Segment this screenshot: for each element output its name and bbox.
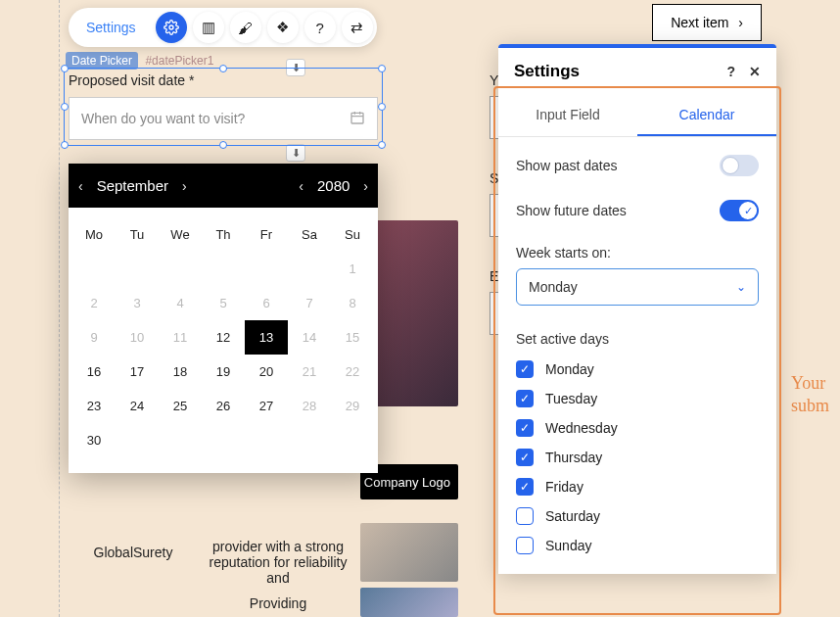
active-day-row: ✓Tuesday xyxy=(516,390,759,407)
next-item-button[interactable]: Next item › xyxy=(652,4,762,41)
field-label: Proposed visit date * xyxy=(69,72,194,88)
date-input[interactable]: When do you want to visit? xyxy=(69,97,378,140)
bg-text: GlobalSurety xyxy=(84,545,182,560)
day-of-week: We xyxy=(159,217,202,252)
calendar-day[interactable]: 2 xyxy=(72,286,116,320)
calendar-day[interactable]: 25 xyxy=(159,389,202,423)
animation-icon[interactable]: ❖ xyxy=(267,12,299,43)
calendar-day[interactable]: 20 xyxy=(245,355,288,389)
calendar-day[interactable]: 1 xyxy=(331,252,374,286)
calendar-day[interactable]: 24 xyxy=(116,389,159,423)
checkbox[interactable]: ✓ xyxy=(516,360,534,378)
toggle-show-past[interactable] xyxy=(720,155,759,176)
calendar-day[interactable]: 29 xyxy=(331,389,374,423)
calendar-day[interactable]: 11 xyxy=(159,320,202,355)
active-day-row: ✓Friday xyxy=(516,478,759,496)
label-show-past: Show past dates xyxy=(516,158,618,173)
next-year-icon[interactable]: › xyxy=(363,178,368,194)
toggle-show-future[interactable] xyxy=(720,200,759,221)
calendar-day[interactable]: 19 xyxy=(202,355,245,389)
prev-year-icon[interactable]: ‹ xyxy=(299,178,303,194)
calendar-day[interactable]: 9 xyxy=(72,320,116,355)
checkbox[interactable]: ✓ xyxy=(516,449,534,466)
resize-handle[interactable] xyxy=(378,65,386,72)
checkbox[interactable] xyxy=(516,537,534,554)
calendar-day[interactable]: 26 xyxy=(202,389,245,423)
day-of-week: Mo xyxy=(72,217,116,252)
active-days-list: ✓Monday✓Tuesday✓Wednesday✓Thursday✓Frida… xyxy=(516,360,759,554)
calendar-day[interactable]: 7 xyxy=(288,286,331,320)
calendar-day[interactable]: 22 xyxy=(331,355,374,389)
settings-button[interactable]: Settings xyxy=(72,14,150,41)
resize-handle[interactable] xyxy=(61,103,69,111)
next-item-label: Next item xyxy=(671,15,728,30)
resize-handle[interactable] xyxy=(378,141,386,149)
calendar-day[interactable]: 23 xyxy=(72,389,116,423)
settings-panel: Settings ? ✕ Input Field Calendar Show p… xyxy=(498,44,776,574)
svg-point-0 xyxy=(169,25,173,29)
calendar-day[interactable]: 28 xyxy=(288,389,331,423)
close-icon[interactable]: ✕ xyxy=(749,64,761,79)
brush-icon[interactable]: 🖌 xyxy=(230,12,261,43)
bg-label: S xyxy=(490,170,498,186)
gear-icon[interactable] xyxy=(156,12,187,43)
calendar-day[interactable]: 18 xyxy=(159,355,202,389)
resize-handle[interactable] xyxy=(378,103,386,111)
panel-title: Settings xyxy=(514,62,580,81)
calendar-day[interactable]: 12 xyxy=(202,320,245,355)
help-icon[interactable]: ? xyxy=(726,64,735,79)
tab-input-field[interactable]: Input Field xyxy=(498,95,637,136)
calendar-day[interactable]: 10 xyxy=(116,320,159,355)
next-month-icon[interactable]: › xyxy=(182,178,187,194)
prev-month-icon[interactable]: ‹ xyxy=(78,178,83,194)
calendar-day[interactable]: 8 xyxy=(331,286,374,320)
bg-photo xyxy=(360,588,458,617)
day-of-week: Su xyxy=(331,217,374,252)
calendar-icon xyxy=(350,110,365,128)
calendar-day[interactable]: 27 xyxy=(245,389,288,423)
resize-handle[interactable] xyxy=(61,141,69,149)
calendar-month[interactable]: September xyxy=(97,177,168,194)
day-label: Thursday xyxy=(545,450,602,465)
tab-calendar[interactable]: Calendar xyxy=(637,95,776,136)
attach-below-icon[interactable]: ⬇ xyxy=(286,144,305,162)
active-day-row: Saturday xyxy=(516,507,759,525)
calendar-day[interactable]: 16 xyxy=(72,355,116,389)
calendar-day[interactable]: 3 xyxy=(116,286,159,320)
day-label: Monday xyxy=(545,361,594,377)
calendar-day[interactable]: 14 xyxy=(288,320,331,355)
panel-tabs: Input Field Calendar xyxy=(498,95,776,137)
active-day-row: Sunday xyxy=(516,537,759,554)
calendar-day xyxy=(202,252,245,286)
checkbox[interactable]: ✓ xyxy=(516,478,534,496)
element-badge: Date Picker #datePicker1 xyxy=(66,54,213,68)
panel-title-row: Settings ? ✕ xyxy=(498,48,776,95)
checkbox[interactable]: ✓ xyxy=(516,390,534,407)
day-of-week: Tu xyxy=(116,217,159,252)
calendar-day[interactable]: 21 xyxy=(288,355,331,389)
calendar-day[interactable]: 17 xyxy=(116,355,159,389)
layout-icon[interactable]: ▥ xyxy=(193,12,224,43)
calendar-year[interactable]: 2080 xyxy=(317,177,350,194)
resize-handle[interactable] xyxy=(219,65,227,72)
calendar-day[interactable]: 15 xyxy=(331,320,374,355)
calendar-day[interactable]: 5 xyxy=(202,286,245,320)
checkbox[interactable] xyxy=(516,507,534,525)
help-icon[interactable]: ? xyxy=(304,12,336,43)
calendar-day xyxy=(245,252,288,286)
calendar-day[interactable]: 13 xyxy=(245,320,288,355)
calendar-day[interactable]: 30 xyxy=(72,423,116,457)
select-week-start[interactable]: Monday ⌄ xyxy=(516,268,759,306)
calendar-day xyxy=(159,252,202,286)
attach-above-icon[interactable]: ⬇ xyxy=(286,59,305,76)
resize-handle[interactable] xyxy=(219,141,227,149)
calendar-day[interactable]: 6 xyxy=(245,286,288,320)
calendar-day[interactable]: 4 xyxy=(159,286,202,320)
select-value: Monday xyxy=(529,279,578,295)
active-day-row: ✓Thursday xyxy=(516,449,759,466)
shuffle-icon[interactable]: ⇄ xyxy=(342,12,373,43)
day-label: Friday xyxy=(545,479,583,495)
checkbox[interactable]: ✓ xyxy=(516,419,534,437)
bg-label: E xyxy=(490,268,498,284)
calendar-day xyxy=(288,252,331,286)
